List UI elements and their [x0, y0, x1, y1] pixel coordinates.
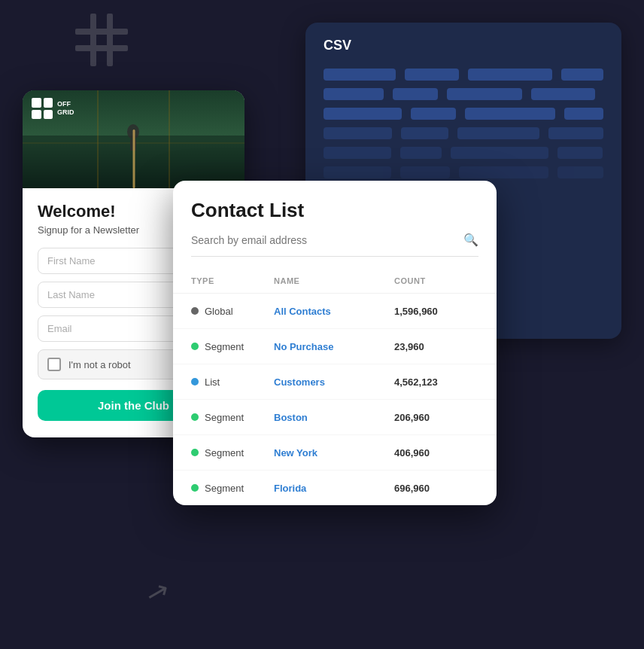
contact-name[interactable]: Customers	[274, 376, 394, 388]
type-dot-segment	[191, 343, 199, 350]
contact-name[interactable]: New York	[274, 447, 394, 459]
row-menu-button[interactable]: ⋮	[485, 481, 497, 495]
type-cell: List	[191, 376, 274, 388]
contact-header: Contact List 🔍	[173, 199, 497, 269]
contact-list-title: Contact List	[191, 199, 478, 222]
csv-title: CSV	[324, 38, 603, 53]
logo-badge: OFF GRID	[32, 98, 74, 119]
contact-count: 1,596,960	[394, 306, 485, 317]
ellipsis-icon: ⋮	[493, 340, 497, 353]
search-icon: 🔍	[463, 233, 478, 247]
contact-panel: Contact List 🔍 TYPE NAME COUNT Global Al…	[173, 181, 497, 505]
svg-rect-10	[130, 139, 136, 151]
contact-count: 206,960	[394, 412, 485, 423]
ellipsis-icon: ⋮	[493, 410, 497, 424]
ellipsis-icon: ⋮	[493, 446, 497, 459]
table-row: Segment Florida 696,960 ⋮	[173, 471, 497, 505]
col-count: COUNT	[394, 276, 485, 285]
signup-hero-image: OFF GRID	[23, 90, 245, 188]
type-cell: Segment	[191, 341, 274, 352]
csv-bar	[324, 108, 402, 120]
csv-bar	[531, 88, 595, 100]
contact-name[interactable]: Boston	[274, 412, 394, 423]
csv-bar	[405, 69, 459, 81]
robot-label: I'm not a robot	[68, 359, 131, 370]
contact-name[interactable]: No Purchase	[274, 341, 394, 352]
csv-row-3	[324, 108, 603, 120]
csv-bar	[561, 69, 603, 81]
search-input[interactable]	[191, 234, 457, 246]
svg-rect-0	[90, 14, 96, 66]
svg-rect-3	[75, 45, 128, 51]
row-menu-button[interactable]: ⋮	[485, 375, 497, 388]
contact-table-body: Global All Contacts 1,596,960 ⋮ Segment …	[173, 294, 497, 505]
row-menu-button[interactable]: ⋮	[485, 446, 497, 459]
type-dot-global	[191, 307, 199, 315]
table-row: Global All Contacts 1,596,960 ⋮	[173, 294, 497, 329]
row-menu-button[interactable]: ⋮	[485, 340, 497, 353]
csv-bar	[465, 108, 555, 120]
csv-bar	[324, 88, 384, 100]
csv-row-5	[324, 147, 603, 159]
col-name: NAME	[274, 276, 394, 285]
robot-checkbox[interactable]	[47, 358, 61, 371]
contact-name[interactable]: All Contacts	[274, 306, 394, 317]
col-actions	[485, 276, 497, 285]
type-cell: Segment	[191, 412, 274, 423]
row-menu-button[interactable]: ⋮	[485, 304, 497, 318]
svg-rect-1	[107, 14, 113, 66]
hash-decoration	[75, 14, 128, 69]
type-dot-segment	[191, 413, 199, 421]
csv-bar	[393, 88, 438, 100]
table-header: TYPE NAME COUNT	[173, 269, 497, 294]
csv-bar	[411, 108, 456, 120]
logo-grid-icon	[32, 98, 53, 119]
table-row: Segment No Purchase 23,960 ⋮	[173, 329, 497, 364]
csv-rows	[324, 69, 603, 178]
ellipsis-icon: ⋮	[493, 375, 497, 388]
type-dot-segment	[191, 449, 199, 456]
ellipsis-icon: ⋮	[493, 304, 497, 318]
table-row: List Customers 4,562,123 ⋮	[173, 364, 497, 400]
table-row: Segment Boston 206,960 ⋮	[173, 400, 497, 435]
contact-name[interactable]: Florida	[274, 483, 394, 494]
csv-row-1	[324, 69, 603, 81]
csv-bar	[468, 69, 552, 81]
csv-bar	[564, 108, 603, 120]
logo-text: OFF GRID	[57, 100, 74, 117]
row-menu-button[interactable]: ⋮	[485, 410, 497, 424]
csv-row-2	[324, 88, 603, 100]
contact-count: 406,960	[394, 447, 485, 459]
table-row: Segment New York 406,960 ⋮	[173, 435, 497, 471]
contact-count: 696,960	[394, 483, 485, 494]
contact-count: 4,562,123	[394, 376, 485, 388]
csv-bar	[324, 69, 396, 81]
type-cell: Segment	[191, 483, 274, 494]
col-type: TYPE	[191, 276, 274, 285]
type-cell: Global	[191, 306, 274, 317]
csv-bar	[447, 88, 522, 100]
csv-row-6	[324, 166, 603, 178]
csv-row-4	[324, 127, 603, 139]
type-cell: Segment	[191, 447, 274, 459]
svg-point-9	[127, 124, 139, 139]
contact-count: 23,960	[394, 341, 485, 352]
type-dot-list	[191, 378, 199, 385]
search-bar: 🔍	[191, 233, 478, 257]
type-dot-segment	[191, 484, 199, 492]
arrow-decoration: ↗	[143, 574, 173, 610]
ellipsis-icon: ⋮	[493, 481, 497, 495]
svg-rect-2	[75, 29, 128, 35]
